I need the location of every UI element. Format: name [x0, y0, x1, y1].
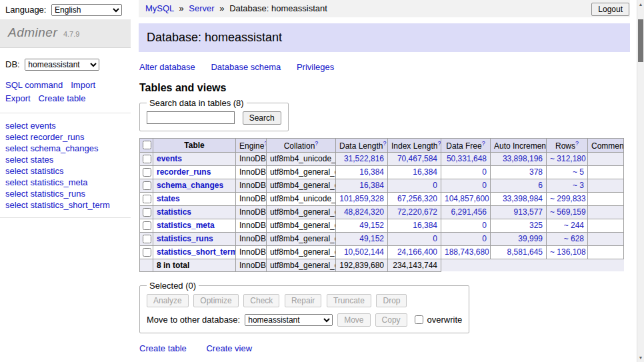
auto-increment-cell: 913,577 [491, 205, 547, 219]
sql-command-link[interactable]: SQL command [5, 80, 63, 90]
breadcrumb-mysql-link[interactable]: MySQL [145, 3, 174, 13]
row-checkbox[interactable] [143, 221, 151, 230]
rows-cell: ~ 299,833 [547, 192, 588, 205]
privileges-link[interactable]: Privileges [297, 62, 334, 72]
comment-cell [588, 245, 624, 259]
sidebar-links: SQL commandImport ExportCreate table [5, 79, 125, 105]
table-link[interactable]: schema_changes [157, 181, 223, 190]
scroll-up-arrow[interactable]: ▲ [637, 0, 644, 9]
row-checkbox[interactable] [143, 195, 151, 203]
sidebar-item-schema-changes[interactable]: select schema_changes [5, 143, 125, 154]
total-data-length: 192,839,680 [336, 259, 388, 271]
auto-increment-cell: 6 [491, 179, 547, 192]
sidebar-item-statistics-meta[interactable]: select statistics_meta [5, 177, 125, 188]
engine-cell: InnoDB [236, 205, 267, 219]
table-link[interactable]: statistics_meta [157, 221, 215, 230]
analyze-button[interactable]: Analyze [147, 294, 189, 307]
doc-link[interactable]: ? [575, 140, 579, 147]
vertical-scrollbar[interactable]: ▲ ▼ [637, 0, 644, 362]
sidebar-item-states[interactable]: select states [5, 154, 125, 165]
sidebar-divider-bottom [0, 217, 131, 218]
table-row: states InnoDB utf8mb4_unicode_ci 101,859… [140, 192, 624, 205]
scrollbar-thumb[interactable] [638, 19, 643, 62]
comment-cell [588, 219, 624, 232]
engine-cell: InnoDB [236, 152, 267, 165]
search-input[interactable] [147, 111, 235, 124]
table-link[interactable]: statistics_runs [157, 234, 213, 243]
comment-cell [588, 179, 624, 192]
row-checkbox[interactable] [143, 235, 151, 243]
table-row: statistics_runs InnoDB utf8mb4_general_c… [140, 232, 624, 245]
breadcrumb-server-link[interactable]: Server [189, 3, 214, 13]
index-length-cell: 16,384 [388, 219, 441, 232]
index-length-cell: 72,220,672 [388, 205, 441, 219]
data-free-cell: 0 [441, 179, 491, 192]
table-link[interactable]: recorder_runs [157, 167, 211, 177]
sidebar-item-statistics-runs[interactable]: select statistics_runs [5, 188, 125, 199]
table-row: statistics InnoDB utf8mb4_general_ci 48,… [140, 205, 624, 219]
language-select[interactable]: English [51, 4, 122, 16]
engine-cell: InnoDB [236, 165, 267, 179]
doc-link[interactable]: ? [315, 140, 318, 147]
scroll-down-arrow[interactable]: ▼ [637, 353, 644, 362]
optimize-button[interactable]: Optimize [193, 294, 238, 307]
col-header-index-length: Index Length? [388, 138, 441, 152]
database-schema-link[interactable]: Database schema [211, 62, 281, 72]
doc-link[interactable]: ? [482, 140, 485, 147]
sidebar: Language: English Adminer 4.7.9 DB: home… [0, 0, 131, 362]
db-select[interactable]: homeassistant [25, 59, 99, 71]
copy-button[interactable]: Copy [375, 313, 407, 327]
col-header-data-free: Data Free? [441, 138, 491, 152]
logout-button[interactable]: Logout [591, 3, 629, 16]
app-version: 4.7.9 [63, 30, 79, 38]
doc-link[interactable]: ? [437, 140, 441, 147]
create-links: Create table Create view [139, 343, 630, 353]
row-checkbox[interactable] [143, 208, 151, 217]
data-length-cell: 16,384 [336, 179, 388, 192]
doc-link[interactable]: ? [383, 140, 386, 147]
selected-actions: Analyze Optimize Check Repair Truncate D… [147, 294, 462, 307]
table-header-row: Table Engine? Collation? Data Length? In… [140, 138, 624, 152]
create-table-link[interactable]: Create table [139, 343, 187, 353]
check-button[interactable]: Check [243, 294, 279, 307]
create-table-link-side[interactable]: Create table [39, 93, 86, 103]
sidebar-item-statistics-short-term[interactable]: select statistics_short_term [5, 199, 125, 211]
data-free-cell: 0 [441, 165, 491, 179]
table-link[interactable]: states [157, 194, 180, 203]
select-all-checkbox[interactable] [143, 141, 151, 149]
tables-overview-table: Table Engine? Collation? Data Length? In… [139, 138, 624, 272]
search-button[interactable]: Search [243, 111, 281, 125]
table-link[interactable]: statistics_short_term [157, 247, 236, 257]
col-header-auto-increment: Auto Increment? [491, 138, 547, 152]
breadcrumb-separator: » [179, 3, 183, 13]
collation-cell: utf8mb4_general_ci [267, 205, 336, 219]
table-link[interactable]: events [157, 154, 182, 163]
table-link[interactable]: statistics [157, 207, 191, 217]
sidebar-item-events[interactable]: select events [5, 120, 125, 131]
move-button[interactable]: Move [337, 313, 370, 327]
repair-button[interactable]: Repair [285, 294, 321, 307]
rows-cell: ~ 569,159 [547, 205, 588, 219]
create-view-link[interactable]: Create view [206, 343, 252, 353]
drop-button[interactable]: Drop [376, 294, 407, 307]
export-link[interactable]: Export [5, 93, 31, 103]
alter-database-link[interactable]: Alter database [139, 62, 195, 72]
truncate-button[interactable]: Truncate [327, 294, 371, 307]
rows-cell: ~ 5 [547, 165, 588, 179]
move-db-select[interactable]: homeassistant [245, 314, 333, 326]
sidebar-item-statistics[interactable]: select statistics [5, 165, 125, 177]
total-index-length: 234,143,744 [388, 259, 441, 271]
row-checkbox[interactable] [143, 155, 151, 163]
sidebar-item-recorder-runs[interactable]: select recorder_runs [5, 131, 125, 143]
row-checkbox[interactable] [143, 168, 151, 177]
import-link[interactable]: Import [71, 80, 95, 90]
data-free-cell: 188,743,680 [441, 245, 491, 259]
overwrite-checkbox[interactable] [415, 315, 423, 324]
sidebar-table-list: select events select recorder_runs selec… [5, 120, 125, 211]
overwrite-label[interactable]: overwrite [412, 313, 463, 326]
row-checkbox[interactable] [143, 181, 151, 190]
row-checkbox[interactable] [143, 248, 151, 257]
collation-cell: utf8mb4_unicode_ci [267, 192, 336, 205]
data-length-cell: 10,502,144 [336, 245, 388, 259]
tables-heading: Tables and views [139, 82, 630, 94]
